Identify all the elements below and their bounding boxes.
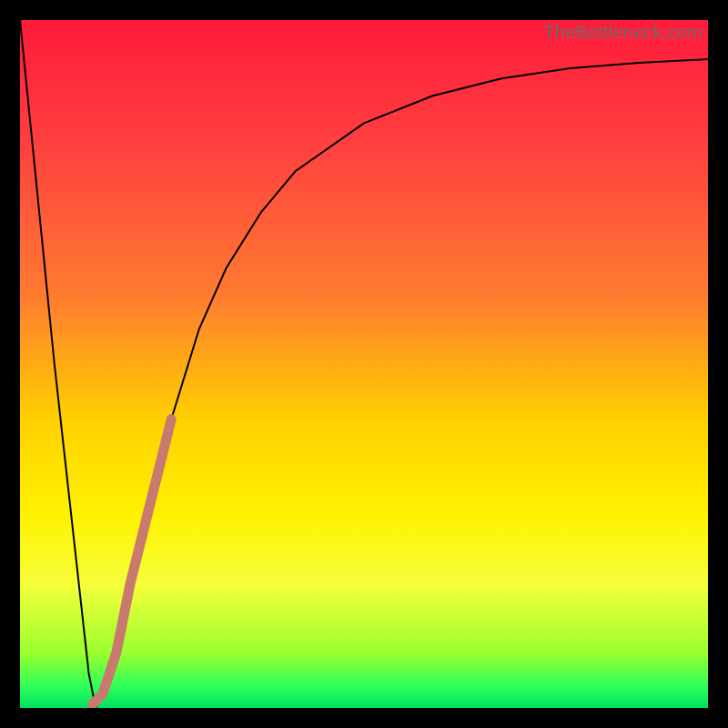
highlight-segment-path (92, 420, 171, 705)
plot-area: TheBottleneck.com (20, 20, 708, 708)
chart-svg (20, 20, 708, 708)
chart-frame: TheBottleneck.com (0, 0, 728, 728)
